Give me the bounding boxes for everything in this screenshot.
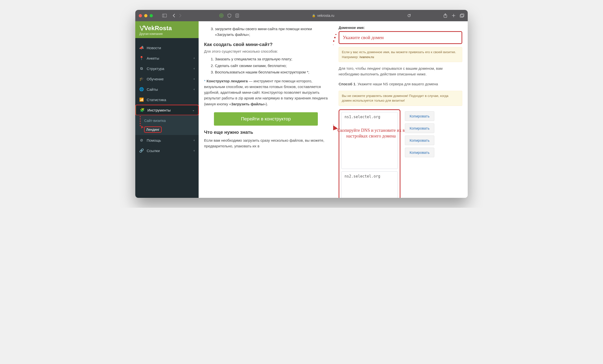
reload-button[interactable] (407, 14, 411, 18)
bullhorn-icon: 📣 (139, 46, 144, 50)
minimize-window-button[interactable] (144, 14, 147, 17)
chevron-left-icon: ‹ (194, 138, 195, 142)
svg-point-20 (334, 37, 336, 38)
nav-structure[interactable]: ⧉Структура‹ (135, 63, 199, 74)
methods-list: Заказать у специалиста за отдельную плат… (215, 56, 328, 76)
list-item: Заказать у специалиста за отдельную плат… (215, 56, 328, 63)
copy-button[interactable]: Копировать (405, 148, 434, 157)
chevron-down-icon: ⌄ (192, 108, 195, 112)
subnav-landing[interactable]: Лендинг (135, 125, 199, 134)
subnav-vizitka[interactable]: Сайт-визитка (135, 116, 199, 125)
puzzle-icon: 🧩 (140, 108, 144, 112)
sidebar: VekRosta Другая компания 📣Новости 📍Анкет… (135, 21, 199, 198)
chevron-left-icon: ‹ (194, 67, 195, 70)
nav-help[interactable]: ⊘Помощь‹ (135, 135, 199, 145)
nav: 📣Новости 📍Анкеты‹ ⧉Структура‹ 🎓Обучение‹… (135, 38, 199, 156)
nav-tools[interactable]: 🧩Инструменты⌄ (135, 105, 199, 115)
new-tab-button[interactable] (451, 13, 456, 18)
link-icon: 🔗 (139, 148, 144, 153)
chevron-left-icon: ‹ (194, 56, 195, 60)
subtitle: Для этого существует несколько способов: (204, 49, 328, 53)
content-right: Доменное имя: Укажите свой домен Если у … (333, 21, 468, 198)
copy-button[interactable]: Копировать (405, 123, 434, 133)
domain-input[interactable]: Укажите свой домен (339, 31, 462, 44)
nav-links[interactable]: 🔗Ссылки‹ (135, 145, 199, 156)
url-text: vekrosta.ru (317, 14, 334, 18)
heading-create: Как создать свой мини-сайт? (204, 42, 328, 47)
ns-servers-frame: ns1.selectel.org ns2.selectel.org ns3.se… (339, 109, 400, 198)
svg-point-2 (220, 14, 223, 18)
nav-stats[interactable]: 📶Статистика (135, 94, 199, 105)
share-button[interactable] (443, 13, 447, 18)
brand-sub: Другая компания (139, 32, 195, 36)
constructor-note: * Конструктор лендинга — инструмент при … (204, 78, 328, 107)
titlebar: 🔒 vekrosta.ru (135, 10, 468, 21)
list-item: Сделать сайт своими силами, бесплатно; (215, 63, 328, 69)
fullscreen-window-button[interactable] (150, 14, 153, 17)
svg-rect-12 (461, 14, 464, 17)
svg-rect-11 (460, 15, 463, 17)
annotation-arrow (333, 34, 338, 173)
go-constructor-button[interactable]: Перейти в конструктор (214, 112, 318, 126)
close-window-button[interactable] (139, 14, 142, 17)
nav-tools-submenu: Сайт-визитка Лендинг (135, 115, 199, 135)
lock-icon: 🔒 (312, 14, 316, 17)
logo-text: VekRosta (144, 25, 172, 32)
globe-icon: 🌐 (139, 87, 144, 91)
brand: VekRosta Другая компания (135, 21, 199, 38)
reader-icon[interactable] (235, 14, 239, 18)
ns-input[interactable]: ns2.selectel.org (341, 171, 398, 198)
svg-rect-0 (162, 14, 167, 17)
window-controls (139, 14, 153, 17)
shield-icon[interactable] (227, 14, 232, 18)
chevron-left-icon: ‹ (194, 77, 195, 81)
list-item: Воспользоваться нашим бесплатным констру… (215, 69, 328, 76)
sidebar-icon[interactable] (162, 14, 167, 17)
method-1: Способ 1. Укажите наши NS сервера для ва… (339, 81, 462, 87)
note-has-domain: Если у вас есть доменное имя, вы можете … (339, 47, 462, 62)
nav-sites[interactable]: 🌐Сайты‹ (135, 84, 199, 94)
logo-icon (139, 25, 145, 31)
svg-point-42 (333, 124, 333, 125)
svg-point-3 (221, 15, 222, 16)
graduation-icon: 🎓 (139, 77, 144, 81)
nav-profiles[interactable]: 📍Анкеты‹ (135, 53, 199, 63)
instructions: Для того, чтобы лендинг открывался с ваш… (339, 66, 462, 77)
chevron-left-icon: ‹ (194, 149, 195, 152)
more-info-text: Если вам необходимо загрузить сразу неск… (204, 137, 328, 149)
steps-list-continued: загрузите файлы своего мини-сайта при по… (215, 26, 328, 38)
content-left: загрузите файлы своего мини-сайта при по… (199, 21, 333, 198)
svg-point-19 (335, 34, 337, 35)
sitemap-icon: ⧉ (139, 66, 144, 71)
copy-button[interactable]: Копировать (405, 136, 434, 145)
svg-point-43 (333, 127, 335, 128)
note-warning: Вы не сможете управлять своим доменом! П… (339, 91, 462, 106)
lifebuoy-icon: ⊘ (139, 138, 144, 142)
nav-news[interactable]: 📣Новости (135, 43, 199, 53)
tabs-button[interactable] (460, 13, 464, 18)
back-button[interactable] (172, 14, 176, 18)
nav-education[interactable]: 🎓Обучение‹ (135, 74, 199, 84)
address-bar[interactable]: 🔒 vekrosta.ru (243, 14, 403, 18)
svg-point-21 (333, 40, 334, 42)
heading-more: Что еще нужно знать (204, 130, 328, 135)
pin-icon: 📍 (139, 56, 144, 60)
svg-point-22 (333, 44, 333, 46)
copy-button[interactable]: Копировать (405, 111, 434, 121)
ns-input[interactable]: ns1.selectel.org (341, 112, 398, 169)
chart-icon: 📶 (139, 97, 144, 102)
domain-label: Доменное имя: (339, 26, 462, 30)
tracker-icon[interactable] (219, 13, 224, 18)
chevron-left-icon: ‹ (194, 88, 195, 91)
browser-window: 🔒 vekrosta.ru VekRosta (135, 10, 468, 198)
forward-button[interactable] (178, 14, 183, 18)
list-item: загрузите файлы своего мини-сайта при по… (215, 26, 328, 38)
